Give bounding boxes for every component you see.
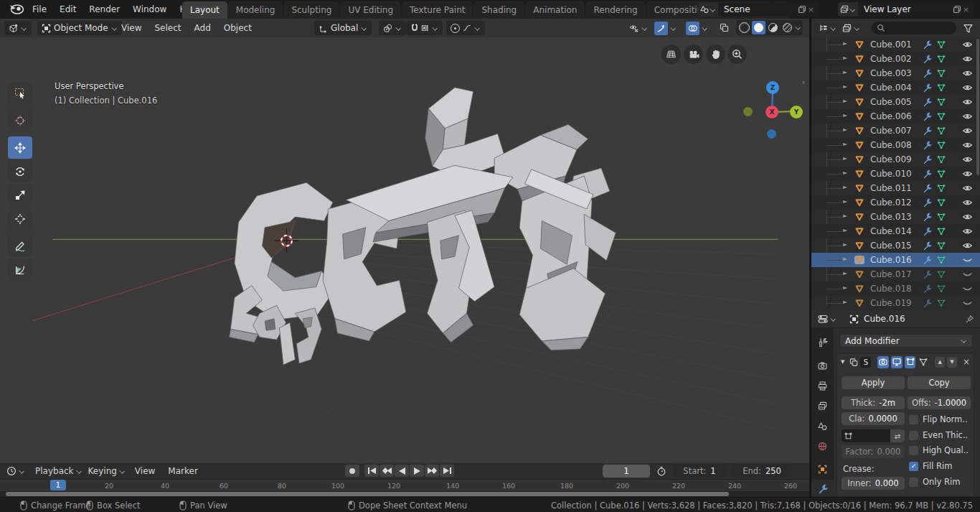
menu-keying[interactable]: Keying: [85, 464, 128, 478]
object-name[interactable]: Cube.005: [870, 97, 912, 107]
copy-button[interactable]: Copy: [908, 376, 971, 389]
menu-add[interactable]: Add: [188, 19, 217, 37]
outliner-row[interactable]: ►Cube.013: [811, 210, 980, 224]
modifier-delete-icon[interactable]: ×: [963, 357, 970, 367]
outliner-row[interactable]: ►Cube.005: [811, 95, 980, 109]
mesh-data-icon[interactable]: [937, 198, 946, 207]
shading-dropdown-chevron[interactable]: [795, 24, 801, 31]
proportional-falloff-icon[interactable]: [463, 24, 471, 32]
blender-logo-icon[interactable]: [9, 3, 24, 17]
flip-normals-checkbox[interactable]: Flip Norm..: [909, 414, 968, 424]
visibility-eye-icon[interactable]: [962, 141, 973, 149]
tab-texture-paint[interactable]: Texture Paint: [402, 1, 473, 19]
modifier-wrench-icon[interactable]: [923, 213, 932, 222]
mesh-data-icon[interactable]: [937, 40, 946, 49]
visibility-eye-icon[interactable]: [962, 126, 973, 135]
view-layer-remove-icon[interactable]: ×: [961, 5, 971, 14]
timeline-scrollbar[interactable]: [6, 492, 729, 496]
visibility-eye-icon[interactable]: [962, 40, 973, 49]
outliner-row[interactable]: ►Cube.001: [811, 37, 980, 52]
gizmo-y-axis[interactable]: Y: [790, 106, 803, 118]
modifier-oncage-toggle[interactable]: [918, 356, 929, 368]
expand-triangle-icon[interactable]: ▼: [841, 359, 844, 365]
mesh-data-icon[interactable]: [937, 299, 946, 307]
object-visibility-dropdown[interactable]: [626, 21, 651, 35]
snap-target-icon[interactable]: [421, 24, 430, 32]
modifier-move-up-button[interactable]: ▲: [935, 357, 945, 368]
modifier-wrench-icon[interactable]: [923, 270, 932, 279]
snap-magnet-icon[interactable]: [410, 24, 419, 32]
modifier-editmode-toggle[interactable]: [905, 356, 916, 368]
outliner-row[interactable]: ►Cube.017: [811, 267, 980, 281]
outliner-row[interactable]: ►Cube.012: [811, 195, 980, 210]
tab-object-properties[interactable]: [811, 460, 834, 478]
object-name[interactable]: Cube.014: [870, 226, 912, 236]
pin-icon[interactable]: [965, 315, 974, 324]
proportional-edit-icon[interactable]: [451, 24, 460, 33]
scene-field[interactable]: Scene ×: [718, 2, 819, 17]
tab-rendering[interactable]: Rendering: [585, 1, 645, 19]
tool-rotate[interactable]: [8, 160, 32, 182]
menu-window[interactable]: Window: [126, 0, 173, 19]
object-name[interactable]: Cube.017: [870, 269, 912, 279]
modifier-wrench-icon[interactable]: [923, 98, 932, 107]
object-name[interactable]: Cube.013: [870, 212, 912, 222]
visibility-eye-closed-icon[interactable]: [962, 270, 973, 279]
modifier-wrench-icon[interactable]: [923, 256, 932, 265]
fill-rim-checkbox[interactable]: ✓Fill Rim: [909, 461, 952, 471]
menu-select[interactable]: Select: [148, 19, 187, 37]
outliner-scrollbar[interactable]: [976, 39, 979, 175]
mesh-data-icon[interactable]: [937, 69, 946, 78]
camera-view-button[interactable]: [684, 45, 703, 64]
gizmo-z-axis[interactable]: Z: [766, 81, 779, 94]
mesh-data-icon[interactable]: [937, 270, 946, 279]
shading-solid-button[interactable]: [752, 21, 765, 34]
current-frame-field[interactable]: 1: [603, 465, 650, 478]
object-name[interactable]: Cube.009: [870, 154, 912, 164]
mesh-data-icon[interactable]: [937, 55, 946, 63]
mesh-data-icon[interactable]: [937, 155, 946, 164]
object-name[interactable]: Cube.004: [870, 83, 912, 93]
pivot-point-dropdown[interactable]: [379, 21, 406, 35]
tool-cursor[interactable]: [8, 109, 32, 131]
visibility-eye-icon[interactable]: [962, 83, 973, 92]
view-layer-icon[interactable]: [838, 2, 858, 17]
menu-timeline-view[interactable]: View: [128, 462, 161, 480]
tool-select-box[interactable]: [8, 82, 32, 104]
tab-sculpting[interactable]: Sculpting: [283, 1, 339, 19]
overlays-icon[interactable]: [686, 22, 699, 35]
tab-shading[interactable]: Shading: [473, 1, 524, 19]
visibility-eye-icon[interactable]: [962, 98, 973, 106]
shading-wireframe-button[interactable]: [738, 21, 751, 34]
modifier-wrench-icon[interactable]: [923, 155, 932, 164]
menu-render[interactable]: Render: [83, 0, 126, 19]
menu-object[interactable]: Object: [217, 19, 258, 37]
scene-icon[interactable]: [698, 2, 718, 17]
only-rim-checkbox[interactable]: Only Rim: [909, 477, 960, 487]
mesh-data-icon[interactable]: [937, 256, 946, 264]
tab-world-properties[interactable]: [811, 437, 834, 455]
tab-modeling[interactable]: Modeling: [228, 1, 283, 19]
visibility-eye-icon[interactable]: [962, 155, 973, 164]
scene-unlink-icon[interactable]: ×: [806, 5, 816, 14]
modifier-wrench-icon[interactable]: [923, 284, 932, 294]
outliner-row[interactable]: ►Cube.007: [811, 124, 980, 138]
tool-move[interactable]: [8, 136, 32, 159]
outliner-row[interactable]: ►Cube.010: [811, 167, 980, 181]
ortho-grid-button[interactable]: [661, 45, 681, 64]
jump-to-start-button[interactable]: [364, 465, 379, 477]
outliner-row[interactable]: ►Cube.019: [811, 296, 980, 310]
gizmo-minus-y-axis[interactable]: [743, 107, 753, 116]
vertex-group-field[interactable]: [842, 429, 890, 442]
modifier-render-toggle[interactable]: [877, 356, 889, 368]
inner-crease-field[interactable]: Inner:0.000: [842, 477, 905, 490]
outliner-row[interactable]: ►Cube.015: [811, 238, 980, 253]
tab-tool-properties[interactable]: [811, 333, 834, 352]
tab-modifier-properties[interactable]: [811, 480, 834, 498]
next-keyframe-button[interactable]: [425, 465, 439, 477]
outliner-display-mode-button[interactable]: [839, 21, 863, 35]
view-layer-copy-icon[interactable]: [953, 5, 961, 14]
thickness-field[interactable]: Thick:-2m: [842, 396, 905, 409]
timeline-editor-type-button[interactable]: [4, 464, 28, 478]
modifier-wrench-icon[interactable]: [923, 241, 932, 251]
